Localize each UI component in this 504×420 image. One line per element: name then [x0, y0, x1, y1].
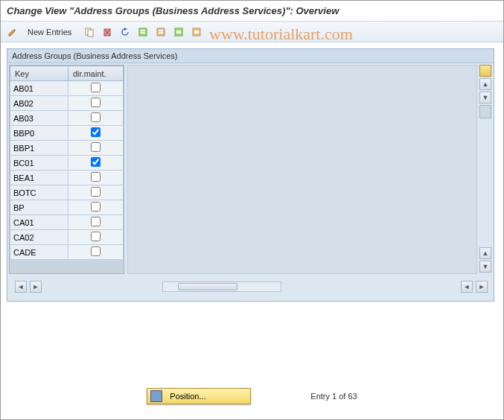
- hscroll-track[interactable]: [162, 281, 281, 292]
- position-button[interactable]: Position...: [147, 388, 251, 404]
- table-settings-icon[interactable]: [189, 25, 204, 39]
- dirmaint-checkbox[interactable]: [91, 127, 101, 137]
- cell-key[interactable]: BP: [10, 200, 68, 215]
- cell-key[interactable]: BC01: [10, 156, 68, 171]
- footer: Position... Entry 1 of 63: [1, 388, 503, 404]
- cell-key[interactable]: BEA1: [10, 171, 68, 185]
- address-groups-table: Key dir.maint. AB01 AB02 AB03 BBP0 BBP1 …: [9, 65, 124, 274]
- dirmaint-checkbox[interactable]: [91, 142, 101, 152]
- table-row[interactable]: AB03: [10, 111, 124, 126]
- hscroll-left-icon[interactable]: ◄: [15, 281, 27, 293]
- dirmaint-checkbox[interactable]: [91, 83, 101, 92]
- svg-rect-10: [159, 32, 163, 34]
- table-row[interactable]: BEA1: [10, 171, 124, 185]
- svg-rect-7: [141, 32, 145, 34]
- svg-rect-9: [159, 30, 163, 31]
- cell-key[interactable]: CA01: [10, 215, 68, 230]
- dirmaint-checkbox[interactable]: [91, 157, 101, 167]
- table-row[interactable]: BC01: [10, 156, 124, 171]
- toolbar: New Entries: [1, 22, 503, 42]
- undo-icon[interactable]: [118, 25, 133, 39]
- cell-key[interactable]: CA02: [10, 230, 68, 245]
- svg-rect-1: [88, 30, 93, 36]
- copy-icon[interactable]: [82, 25, 97, 39]
- cell-key[interactable]: BBP0: [10, 126, 68, 141]
- table-row[interactable]: CA01: [10, 215, 124, 230]
- table-row[interactable]: AB02: [10, 96, 124, 111]
- table-row[interactable]: CA02: [10, 230, 124, 245]
- position-label: Position...: [170, 392, 205, 401]
- horizontal-scrollbar: ◄ ► ◄ ►: [10, 281, 489, 293]
- hscroll-right-icon[interactable]: ►: [30, 281, 42, 293]
- cell-key[interactable]: BBP1: [10, 141, 68, 156]
- column-header-key[interactable]: Key: [10, 66, 68, 81]
- cell-key[interactable]: CADE: [10, 245, 68, 260]
- svg-rect-14: [194, 31, 199, 34]
- dirmaint-checkbox[interactable]: [91, 202, 101, 211]
- dirmaint-checkbox[interactable]: [91, 98, 101, 107]
- dirmaint-checkbox[interactable]: [91, 217, 101, 226]
- table-row[interactable]: BOTC: [10, 185, 124, 200]
- position-icon: [150, 390, 162, 402]
- configure-columns-icon[interactable]: [479, 65, 491, 77]
- vertical-scrollbar: ▲ ▼ ▲ ▼: [479, 65, 492, 274]
- table-row[interactable]: BBP1: [10, 141, 124, 156]
- deselect-all-icon[interactable]: [171, 25, 186, 39]
- panel-title: Address Groups (Business Address Service…: [7, 49, 494, 63]
- scroll-thumb[interactable]: [479, 105, 491, 118]
- cell-key[interactable]: AB03: [10, 111, 68, 126]
- cell-key[interactable]: BOTC: [10, 185, 68, 200]
- cell-key[interactable]: AB02: [10, 96, 68, 111]
- scroll-up-icon[interactable]: ▲: [479, 78, 491, 90]
- dirmaint-checkbox[interactable]: [91, 172, 101, 182]
- svg-rect-12: [176, 31, 181, 34]
- table-row[interactable]: CADE: [10, 245, 124, 260]
- new-entries-button[interactable]: New Entries: [23, 26, 76, 38]
- dirmaint-checkbox[interactable]: [91, 232, 101, 241]
- select-all-icon[interactable]: [135, 25, 150, 39]
- hscroll-left2-icon[interactable]: ◄: [461, 281, 473, 293]
- svg-rect-6: [141, 30, 145, 31]
- page-title: Change View "Address Groups (Business Ad…: [1, 1, 503, 22]
- table-row[interactable]: BP: [10, 200, 124, 215]
- table-row[interactable]: AB01: [10, 81, 124, 96]
- dirmaint-checkbox[interactable]: [91, 112, 101, 122]
- dirmaint-checkbox[interactable]: [91, 187, 101, 197]
- scroll-page-up-icon[interactable]: ▲: [479, 247, 491, 259]
- address-groups-panel: Address Groups (Business Address Service…: [7, 48, 494, 302]
- toggle-display-change-icon[interactable]: [5, 25, 20, 39]
- dirmaint-checkbox[interactable]: [91, 246, 101, 256]
- hscroll-right2-icon[interactable]: ►: [476, 281, 488, 293]
- column-header-dirmaint[interactable]: dir.maint.: [68, 66, 124, 81]
- cell-key[interactable]: AB01: [10, 81, 68, 96]
- entry-counter: Entry 1 of 63: [310, 392, 357, 401]
- delete-icon[interactable]: [100, 25, 115, 39]
- scroll-down-icon[interactable]: ▼: [479, 92, 491, 104]
- empty-area: [127, 65, 477, 274]
- select-block-icon[interactable]: [153, 25, 168, 39]
- table-row[interactable]: BBP0: [10, 126, 124, 141]
- scroll-page-down-icon[interactable]: ▼: [479, 261, 491, 273]
- hscroll-thumb[interactable]: [178, 283, 237, 290]
